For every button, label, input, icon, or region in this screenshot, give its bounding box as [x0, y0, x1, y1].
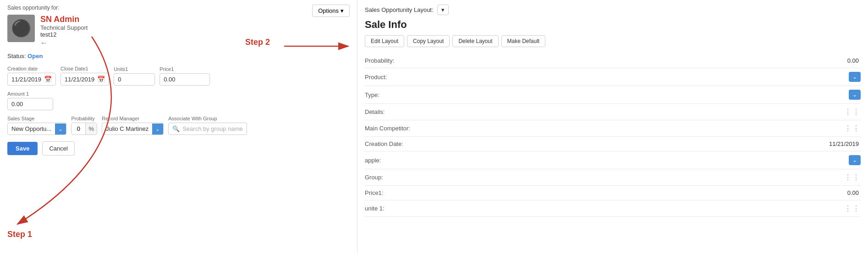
associate-group-label: Associate With Group: [168, 116, 247, 121]
field-row: Creation Date:11/21/2019: [365, 137, 861, 151]
field-label: Details:: [365, 108, 429, 115]
amount-label: Amount 1: [7, 91, 53, 97]
field-label: unite 1:: [365, 205, 429, 212]
record-manager-value: Julio C Martinez: [102, 123, 152, 135]
edit-layout-button[interactable]: Edit Layout: [365, 35, 404, 47]
field-label: apple:: [365, 157, 429, 164]
field-dots-icon: ⋮⋮: [844, 108, 861, 116]
avatar-silhouette-icon: ⚫: [11, 20, 32, 37]
calendar-icon[interactable]: 📅: [44, 75, 52, 83]
avatar: ⚫: [7, 15, 35, 42]
percent-label: %: [85, 123, 97, 135]
close-date-input[interactable]: 11/21/2019 📅: [60, 73, 109, 86]
sale-info-title: Sale Info: [365, 19, 861, 31]
creation-date-label: Creation date: [7, 66, 56, 71]
price-label: Price1: [159, 66, 210, 72]
step2-label: Step 2: [245, 38, 270, 47]
close-calendar-icon[interactable]: 📅: [97, 75, 105, 83]
field-row: Price1:0.00: [365, 186, 861, 200]
user-name: SN Admin: [40, 15, 88, 24]
probability-label: Probability: [71, 116, 97, 121]
price-input[interactable]: [159, 73, 210, 86]
close-date-value: 11/21/2019: [65, 76, 94, 83]
record-manager-dropdown-btn[interactable]: ⌄: [152, 124, 163, 135]
sales-stage-group: Sales Stage New Opportu... ⌄: [7, 116, 66, 135]
probability-input-wrap[interactable]: %: [71, 123, 97, 135]
field-label: Creation Date:: [365, 140, 429, 147]
field-value: 0.00: [429, 189, 861, 196]
field-label: Group:: [365, 174, 429, 181]
field-dropdown-btn[interactable]: ⌄: [849, 90, 861, 100]
user-id: test12: [40, 31, 88, 38]
field-row: Main Competitor:⋮⋮: [365, 120, 861, 137]
layout-header: Sales Opportunity Layout: ▾: [365, 5, 861, 15]
associate-group-group: Associate With Group 🔍 Search by group n…: [168, 116, 247, 135]
sales-stage-select[interactable]: New Opportu... ⌄: [7, 123, 66, 135]
step1-label: Step 1: [7, 230, 32, 239]
field-dots-icon: ⋮⋮: [844, 173, 861, 182]
creation-date-value: 11/21/2019: [11, 76, 41, 83]
layout-buttons: Edit Layout Copy Layout Delete Layout Ma…: [365, 35, 861, 47]
record-manager-label: Record Manager: [102, 116, 164, 121]
units-input[interactable]: [114, 73, 155, 86]
creation-date-input[interactable]: 11/21/2019 📅: [7, 73, 56, 86]
user-role: Technical Support: [40, 24, 88, 31]
record-manager-group: Record Manager Julio C Martinez ⌄: [102, 116, 164, 135]
field-row: Details:⋮⋮: [365, 104, 861, 120]
right-panel: Sales Opportunity Layout: ▾ Sale Info Ed…: [357, 0, 868, 253]
search-placeholder: Search by group name: [182, 125, 243, 132]
sales-opp-label: Sales opportunity for:: [7, 5, 350, 11]
field-row: Group:⋮⋮: [365, 169, 861, 186]
delete-layout-button[interactable]: Delete Layout: [452, 35, 498, 47]
options-button[interactable]: Options ▾: [312, 5, 350, 17]
fields-list: Probability:0.00Product:⌄Type:⌄Details:⋮…: [365, 54, 861, 217]
creation-date-group: Creation date 11/21/2019 📅: [7, 66, 56, 86]
make-default-button[interactable]: Make Default: [501, 35, 546, 47]
field-row: Type:⌄: [365, 86, 861, 104]
field-row: Product:⌄: [365, 68, 861, 86]
field-row: unite 1:⋮⋮: [365, 200, 861, 217]
units-label: Units1: [114, 66, 155, 72]
status-value: Open: [27, 53, 43, 59]
status-row: Status: Open: [7, 53, 350, 59]
field-value: 11/21/2019: [429, 140, 861, 147]
layout-dropdown[interactable]: ▾: [437, 5, 449, 15]
options-label: Options: [318, 7, 339, 14]
field-dropdown-btn[interactable]: ⌄: [849, 72, 861, 82]
sales-stage-dropdown-btn[interactable]: ⌄: [55, 124, 66, 135]
copy-layout-button[interactable]: Copy Layout: [407, 35, 450, 47]
price-group: Price1: [159, 66, 210, 86]
probability-input[interactable]: [71, 123, 85, 135]
field-dots-icon: ⋮⋮: [844, 124, 861, 133]
field-value: 0.00: [429, 57, 861, 64]
field-dropdown-btn[interactable]: ⌄: [849, 155, 861, 165]
field-row: Probability:0.00: [365, 54, 861, 68]
save-button[interactable]: Save: [7, 142, 38, 155]
record-manager-select[interactable]: Julio C Martinez ⌄: [102, 123, 164, 135]
field-label: Product:: [365, 74, 429, 81]
probability-group: Probability %: [71, 116, 97, 135]
units-group: Units1: [114, 66, 155, 86]
back-arrow-icon[interactable]: ←: [40, 39, 88, 47]
field-row: apple:⌄: [365, 151, 861, 169]
status-label: Status:: [7, 53, 26, 59]
sales-stage-label: Sales Stage: [7, 116, 66, 121]
group-search-input[interactable]: 🔍 Search by group name: [168, 123, 247, 135]
field-label: Probability:: [365, 57, 429, 64]
field-dots-icon: ⋮⋮: [844, 204, 861, 213]
cancel-button[interactable]: Cancel: [42, 141, 74, 156]
amount-group: Amount 1: [7, 91, 53, 110]
amount-input[interactable]: [7, 98, 53, 110]
close-date-group: Close Date1 11/21/2019 📅: [60, 66, 109, 86]
field-label: Type:: [365, 92, 429, 98]
options-arrow-icon: ▾: [341, 7, 344, 14]
search-icon: 🔍: [172, 125, 180, 132]
layout-dropdown-arrow-icon: ▾: [441, 6, 445, 13]
sales-stage-value: New Opportu...: [8, 123, 55, 135]
field-label: Price1:: [365, 189, 429, 196]
close-date-label: Close Date1: [60, 66, 109, 71]
field-label: Main Competitor:: [365, 125, 429, 132]
layout-label: Sales Opportunity Layout:: [365, 6, 434, 13]
